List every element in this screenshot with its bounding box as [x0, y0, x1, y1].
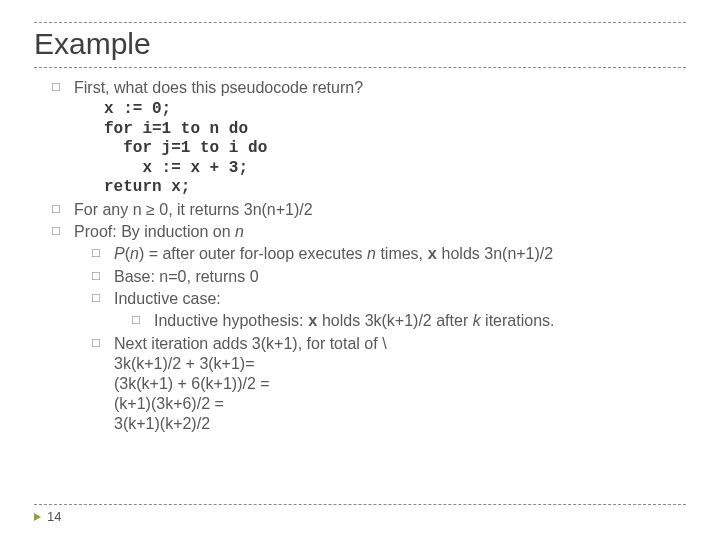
- sub-4: Next iteration adds 3(k+1), for total of…: [92, 334, 686, 434]
- bullet-1: First, what does this pseudocode return?…: [52, 78, 686, 198]
- sub-list: P(n) = after outer for-loop executes n t…: [74, 244, 686, 434]
- bullet-3-n: n: [235, 223, 244, 240]
- bullet-3-text: Proof: By induction on: [74, 223, 235, 240]
- sub-1-end: holds 3n(n+1)/2: [437, 245, 553, 262]
- sub-4-l1: Next iteration adds 3(k+1), for total of…: [114, 334, 686, 354]
- sub-4-l5: 3(k+1)(k+2)/2: [114, 414, 686, 434]
- sub-3: Inductive case: Inductive hypothesis: x …: [92, 289, 686, 332]
- footer: 14: [34, 504, 686, 524]
- sub-1-x: x: [428, 246, 438, 264]
- sub-3a-pre: Inductive hypothesis:: [154, 312, 308, 329]
- sub-1-n2: n: [367, 245, 376, 262]
- sub-3a-k: k: [473, 312, 481, 329]
- sub-2-text: Base: n=0, returns 0: [114, 268, 259, 285]
- slide: Example First, what does this pseudocode…: [0, 0, 720, 540]
- sub-1-t2: times,: [376, 245, 428, 262]
- sub-3a-mid: holds 3k(k+1)/2 after: [317, 312, 472, 329]
- sub-1-t1: ) = after outer for-loop executes: [139, 245, 367, 262]
- bullet-2: For any n ≥ 0, it returns 3n(n+1)/2: [52, 200, 686, 220]
- slide-title: Example: [34, 27, 686, 61]
- bullet-2-text: For any n ≥ 0, it returns 3n(n+1)/2: [74, 201, 313, 218]
- sub-1-P: P: [114, 245, 125, 262]
- sub-1-n: n: [130, 245, 139, 262]
- sub-sub-list: Inductive hypothesis: x holds 3k(k+1)/2 …: [114, 311, 686, 332]
- sub-1: P(n) = after outer for-loop executes n t…: [92, 244, 686, 265]
- sub-4-l3: (3k(k+1) + 6(k+1))/2 =: [114, 374, 686, 394]
- title-row: Example: [34, 22, 686, 68]
- sub-3a: Inductive hypothesis: x holds 3k(k+1)/2 …: [132, 311, 686, 332]
- sub-3-text: Inductive case:: [114, 290, 221, 307]
- sub-2: Base: n=0, returns 0: [92, 267, 686, 287]
- sub-4-l2: 3k(k+1)/2 + 3(k+1)=: [114, 354, 686, 374]
- sub-3a-end: iterations.: [481, 312, 555, 329]
- code-block: x := 0; for i=1 to n do for j=1 to i do …: [104, 100, 686, 198]
- sub-4-l4: (k+1)(3k+6)/2 =: [114, 394, 686, 414]
- page-number: 14: [47, 509, 61, 524]
- bullet-3: Proof: By induction on n P(n) = after ou…: [52, 222, 686, 434]
- triangle-icon: [34, 513, 41, 521]
- bullet-list: First, what does this pseudocode return?…: [34, 78, 686, 434]
- bullet-1-text: First, what does this pseudocode return?: [74, 79, 363, 96]
